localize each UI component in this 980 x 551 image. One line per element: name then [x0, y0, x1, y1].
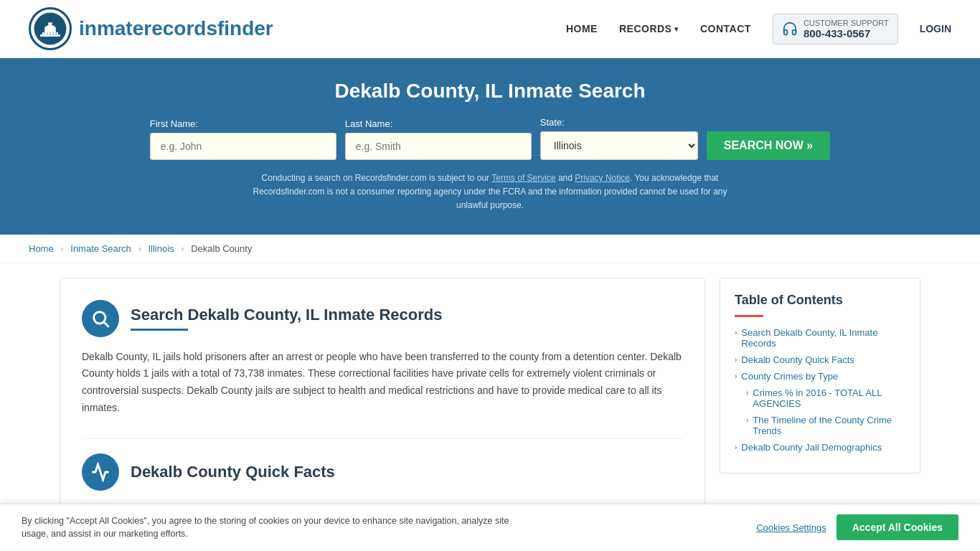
- section2-header: Dekalb County Quick Facts: [82, 453, 683, 491]
- breadcrumb-sep-2: ›: [138, 243, 141, 254]
- svg-point-12: [94, 311, 105, 323]
- svg-rect-10: [52, 32, 54, 35]
- cookie-settings-button[interactable]: Cookies Settings: [756, 522, 826, 527]
- state-group: State: Illinois: [540, 117, 698, 160]
- breadcrumb-sep-3: ›: [181, 243, 184, 254]
- svg-rect-7: [44, 32, 45, 35]
- logo-area: inmaterecordsfinder: [29, 7, 273, 50]
- toc-link-6[interactable]: › Dekalb County Jail Demographics: [735, 442, 905, 453]
- privacy-link[interactable]: Privacy Notice: [575, 173, 630, 183]
- svg-rect-9: [50, 32, 51, 35]
- cookie-text: By clicking "Accept All Cookies", you ag…: [22, 514, 524, 527]
- state-select[interactable]: Illinois: [540, 131, 698, 160]
- first-name-label: First Name:: [150, 118, 336, 129]
- state-label: State:: [540, 117, 698, 128]
- main-nav: HOME RECORDS ▾ CONTACT CUSTOMER SUPPORT …: [566, 14, 951, 44]
- section1-body: Dekalb County, IL jails hold prisoners a…: [82, 349, 683, 417]
- sidebar: Table of Contents › Search Dekalb County…: [720, 278, 920, 474]
- toc-item-4: › Crimes % in 2016 - TOTAL ALL AGENCIES: [735, 387, 905, 409]
- breadcrumb-sep-1: ›: [60, 243, 63, 254]
- toc-link-4[interactable]: › Crimes % in 2016 - TOTAL ALL AGENCIES: [746, 387, 905, 409]
- last-name-group: Last Name:: [345, 118, 532, 160]
- nav-login[interactable]: LOGIN: [920, 23, 951, 34]
- last-name-input[interactable]: [345, 133, 532, 160]
- toc-item-6: › Dekalb County Jail Demographics: [735, 442, 905, 453]
- section2-title: Dekalb County Quick Facts: [131, 463, 335, 481]
- cookie-accept-button[interactable]: Accept All Cookies: [837, 514, 958, 527]
- cookie-buttons: Cookies Settings Accept All Cookies: [756, 514, 958, 527]
- toc-link-5[interactable]: › The Timeline of the County Crime Trend…: [746, 415, 905, 436]
- search-icon-circle: [82, 300, 119, 337]
- section1-header: Search Dekalb County, IL Inmate Records: [82, 300, 683, 337]
- nav-contact[interactable]: CONTACT: [700, 23, 751, 34]
- last-name-label: Last Name:: [345, 118, 532, 129]
- main-content: Search Dekalb County, IL Inmate Records …: [31, 278, 949, 513]
- toc-link-3[interactable]: › County Crimes by Type: [735, 371, 905, 382]
- chart-icon: [90, 462, 110, 482]
- breadcrumb: Home › Inmate Search › Illinois › Dekalb…: [0, 235, 980, 263]
- toc-chevron-3: ›: [735, 372, 737, 380]
- breadcrumb-home[interactable]: Home: [29, 243, 54, 254]
- breadcrumb-inmate-search[interactable]: Inmate Search: [70, 243, 131, 254]
- toc-title: Table of Contents: [735, 293, 905, 308]
- section1-title: Search Dekalb County, IL Inmate Records: [131, 306, 442, 324]
- toc-link-2[interactable]: › Dekalb County Quick Facts: [735, 354, 905, 365]
- svg-point-6: [48, 22, 52, 25]
- chevron-down-icon: ▾: [674, 25, 679, 33]
- toc-chevron-2: ›: [735, 356, 737, 364]
- toc-link-1[interactable]: › Search Dekalb County, IL Inmate Record…: [735, 327, 905, 349]
- logo-icon: [29, 7, 72, 50]
- section2: Dekalb County Quick Facts: [82, 438, 683, 491]
- toc-chevron-4: ›: [746, 389, 748, 397]
- toc-chevron-6: ›: [735, 443, 737, 451]
- toc-item-3: › County Crimes by Type: [735, 371, 905, 382]
- svg-rect-8: [47, 32, 48, 35]
- nav-records[interactable]: RECORDS ▾: [619, 23, 679, 34]
- nav-home[interactable]: HOME: [566, 23, 598, 34]
- title-underline: [131, 329, 188, 331]
- content-left: Search Dekalb County, IL Inmate Records …: [60, 278, 705, 513]
- breadcrumb-county: Dekalb County: [191, 243, 252, 254]
- hero-title: Dekalb County, IL Inmate Search: [29, 80, 951, 103]
- toc-divider: [735, 315, 763, 317]
- svg-line-13: [104, 322, 108, 326]
- toc-chevron-1: ›: [735, 329, 737, 336]
- logo-text: inmaterecordsfinder: [79, 17, 273, 40]
- magnifier-icon: [90, 309, 110, 329]
- svg-rect-5: [49, 24, 52, 30]
- first-name-group: First Name:: [150, 118, 336, 160]
- search-button[interactable]: SEARCH NOW »: [707, 131, 830, 160]
- toc-item-2: › Dekalb County Quick Facts: [735, 354, 905, 365]
- search-form: First Name: Last Name: State: Illinois S…: [29, 117, 951, 160]
- cookie-banner: By clicking "Accept All Cookies", you ag…: [0, 504, 980, 527]
- logo-text-main: inmaterecords: [79, 17, 217, 39]
- logo-text-accent: finder: [217, 17, 273, 39]
- toc-item-1: › Search Dekalb County, IL Inmate Record…: [735, 327, 905, 349]
- tos-link[interactable]: Terms of Service: [491, 173, 555, 183]
- toc-list: › Search Dekalb County, IL Inmate Record…: [735, 327, 905, 453]
- first-name-input[interactable]: [150, 133, 336, 160]
- headphone-icon: [782, 21, 798, 37]
- section2-icon: [82, 453, 119, 491]
- breadcrumb-state[interactable]: Illinois: [148, 243, 174, 254]
- hero-disclaimer: Conducting a search on Recordsfinder.com…: [239, 171, 741, 213]
- support-label: CUSTOMER SUPPORT: [804, 19, 889, 27]
- support-info: CUSTOMER SUPPORT 800-433-0567: [804, 19, 889, 39]
- customer-support: CUSTOMER SUPPORT 800-433-0567: [773, 14, 898, 44]
- toc-item-5: › The Timeline of the County Crime Trend…: [735, 415, 905, 436]
- toc-chevron-5: ›: [746, 416, 748, 424]
- section1-title-block: Search Dekalb County, IL Inmate Records: [131, 306, 442, 331]
- hero-section: Dekalb County, IL Inmate Search First Na…: [0, 58, 980, 235]
- support-number: 800-433-0567: [804, 27, 889, 39]
- site-header: inmaterecordsfinder HOME RECORDS ▾ CONTA…: [0, 0, 980, 58]
- svg-rect-11: [55, 32, 57, 35]
